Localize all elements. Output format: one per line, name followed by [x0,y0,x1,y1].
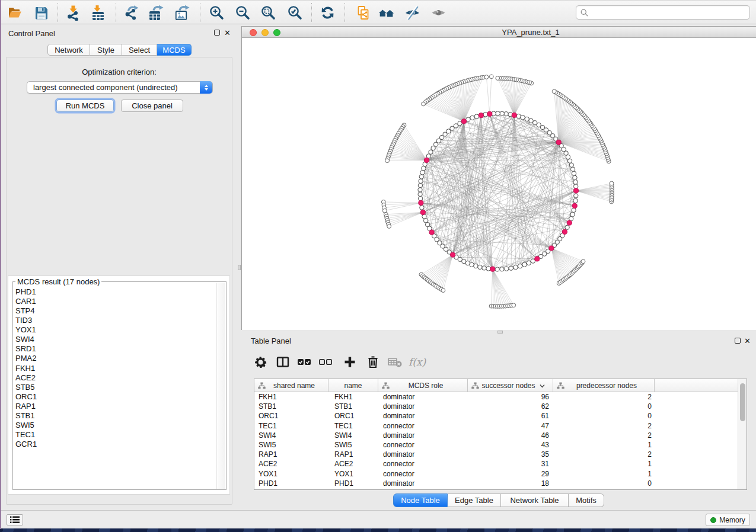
toolbar-separator [58,3,58,22]
column-header-predecessor-nodes[interactable]: predecessor nodes [553,379,655,392]
control-panel-close-button[interactable]: ✕ [224,30,231,36]
column-header-successor-nodes[interactable]: successor nodes [468,379,553,392]
run-mcds-button[interactable]: Run MCDS [56,100,114,112]
mcds-result-item[interactable]: ORC1 [15,392,37,402]
settings-icon[interactable] [250,352,270,371]
tab-edge-table[interactable]: Edge Table [448,493,501,507]
mcds-result-item[interactable]: PHD1 [15,287,37,297]
network-list-button[interactable] [7,514,23,525]
add-icon[interactable] [340,352,360,371]
export-network-icon[interactable] [120,2,142,23]
mcds-result-item[interactable]: SWI4 [15,335,37,344]
main-toolbar [1,0,756,24]
tab-network[interactable]: Network [47,44,90,56]
tab-style[interactable]: Style [90,44,122,56]
table-row[interactable]: RAP1RAP1dominator352 [254,450,738,459]
node-table: shared namenameMCDS rolesuccessor nodesp… [254,379,747,490]
table-scrollbar[interactable] [738,379,747,489]
refresh-icon[interactable] [316,2,339,23]
toolbar-separator [116,3,116,22]
table-scrollbar-thumb[interactable] [740,383,745,421]
import-table-icon[interactable] [87,2,109,23]
mcds-result-item[interactable]: STB1 [15,411,37,421]
share-session-icon[interactable] [352,2,374,23]
mcds-result-item[interactable]: STP4 [15,306,37,316]
export-table-icon[interactable] [144,2,167,23]
table-panel-close-button[interactable]: ✕ [744,338,751,344]
save-icon[interactable] [30,2,52,23]
zoom-selected-icon[interactable] [283,2,306,23]
deselect-all-icon[interactable] [315,352,336,371]
mcds-result-item[interactable]: PMA2 [15,354,37,363]
zoom-fit-icon[interactable] [257,2,279,23]
mcds-result-item[interactable]: STB5 [15,383,37,392]
tab-node-table[interactable]: Node Table [393,493,448,507]
mcds-result-item[interactable]: SWI5 [15,421,37,430]
columns-icon[interactable] [273,352,293,371]
mcds-result-item[interactable]: SRD1 [15,344,37,354]
vertical-split-divider[interactable] [237,24,241,510]
list-icon [10,516,20,524]
mcds-result-groupbox: MCDS result (17 nodes) PHD1CAR1STP4TID3Y… [12,281,227,490]
column-header-MCDS-role[interactable]: MCDS role [378,379,468,392]
mcds-result-item[interactable]: RAP1 [15,402,37,411]
search-box [576,5,750,20]
cytoscape-window: Control Panel ✕ NetworkStyleSelectMCDS O… [1,0,756,528]
search-input[interactable] [589,7,749,18]
table-row[interactable]: FKH1FKH1dominator962 [254,392,738,402]
export-image-icon[interactable] [170,2,193,23]
optimization-criterion-label: Optimization criterion: [6,68,232,76]
first-neighbors-icon[interactable] [375,2,397,23]
close-panel-button[interactable]: Close panel [121,100,183,112]
tab-network-table[interactable]: Network Table [501,493,569,507]
delete-icon[interactable] [363,352,383,371]
table-row[interactable]: PHD1PHD1dominator180 [254,479,738,488]
column-header-shared-name[interactable]: shared name [254,379,328,392]
divider-grip[interactable] [238,265,241,270]
table-row[interactable]: SWI4SWI4dominator462 [254,431,738,440]
select-all-icon[interactable] [294,352,314,371]
table-row[interactable]: YOX1YOX1connector291 [254,469,738,479]
table-panel-float-button[interactable] [735,338,741,344]
mcds-result-item[interactable]: CAR1 [15,297,37,306]
mcds-result-list[interactable]: PHD1CAR1STP4TID3YOX1SWI4SRD1PMA2FKH1ACE2… [15,287,37,449]
mcds-result-item[interactable]: TEC1 [15,430,37,440]
table-panel-tabs: Node TableEdge TableNetwork TableMotifs [393,493,604,507]
mcds-result-item[interactable]: YOX1 [15,325,37,335]
network-canvas[interactable] [242,38,756,330]
divider-grip[interactable] [497,331,503,334]
mcds-result-item[interactable]: FKH1 [15,364,37,373]
tab-select[interactable]: Select [122,44,157,56]
mcds-result-item[interactable]: GCR1 [15,440,37,449]
table-row[interactable]: TEC1TEC1connector472 [254,421,738,431]
zoom-in-icon[interactable] [205,2,228,23]
mcds-result-scrollbar[interactable] [216,283,225,489]
mcds-result-item[interactable]: ACE2 [15,373,37,383]
mcds-result-item[interactable]: TID3 [15,316,37,325]
table-row[interactable]: ORC1ORC1dominator610 [254,411,738,421]
tab-mcds[interactable]: MCDS [157,44,192,56]
memory-label: Memory [719,516,745,524]
table-toolbar: f(x) [241,350,756,374]
table-panel: Table Panel ✕ f(x) shared namenameMCDS r… [241,334,756,510]
table-row[interactable]: SWI5SWI5connector431 [254,440,738,450]
control-panel-title: Control Panel [8,29,55,38]
network-window-titlebar[interactable]: YPA_prune.txt_1 [242,27,756,38]
table-row[interactable]: ACE2ACE2connector311 [254,459,738,469]
control-panel-float-button[interactable] [214,30,220,36]
table-row[interactable]: STB1STB1dominator620 [254,402,738,411]
toolbar-separator [344,3,345,22]
network-graph[interactable] [242,38,756,330]
delete-table-icon [385,352,405,371]
criterion-select[interactable]: largest connected component (undirected) [27,81,213,94]
column-header-name[interactable]: name [328,379,378,392]
toolbar-separator [200,3,200,22]
hide-selected-icon[interactable] [401,2,423,23]
open-icon[interactable] [4,2,26,23]
show-all-icon[interactable] [427,2,449,23]
tab-motifs[interactable]: Motifs [569,493,604,507]
zoom-out-icon[interactable] [231,2,254,23]
memory-button[interactable]: Memory [706,514,750,526]
import-network-icon[interactable] [62,2,84,23]
criterion-value: largest connected component (undirected) [33,83,178,92]
